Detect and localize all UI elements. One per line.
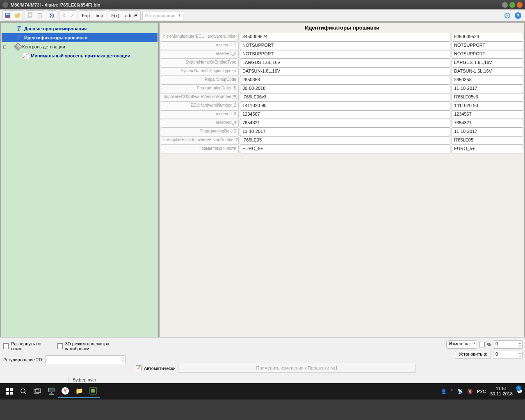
text-icon: T (15, 34, 23, 41)
taskview-icon[interactable] (30, 384, 44, 398)
reg2d-spinner[interactable] (46, 355, 126, 364)
taskbar-app-1[interactable]: 🖥️ (44, 384, 58, 398)
taskbar: 🖥️ Y 📁 👤 ˄ 📡 🔇 РУС 11:51 30.11.2018 💬 6 (0, 383, 525, 399)
tree-node-detonation[interactable]: ⊟ Контроль детонации (2, 42, 158, 51)
bottom-panel: Развернуть по осям 3D режим просмотра ка… (0, 338, 525, 376)
collapse-icon[interactable]: ⊟ (2, 44, 7, 50)
field-value-1[interactable]: 1411020-90 (240, 102, 450, 110)
help-button[interactable]: ? (514, 11, 523, 20)
search-button[interactable] (48, 11, 57, 20)
svg-rect-2 (7, 16, 9, 18)
z-button[interactable]: Z (68, 11, 76, 20)
diamond-icon (14, 43, 22, 51)
close-button[interactable] (517, 2, 523, 8)
tree-node-min-level[interactable]: · 📈 Минимальный уровень признака детонац… (2, 51, 158, 60)
field-value-2[interactable]: 2850358 (452, 76, 523, 84)
tray-language[interactable]: РУС (477, 389, 486, 394)
field-value-1[interactable]: NOTSUPPORT (240, 50, 450, 59)
start-button[interactable] (2, 384, 16, 398)
field-value-1[interactable]: 7654321 (240, 119, 450, 128)
change-value-input[interactable]: 0 (493, 340, 523, 349)
tray-clock[interactable]: 11:51 30.11.2018 (490, 386, 513, 397)
field-value-1[interactable]: LARGUS-1.6L,16V (240, 59, 450, 67)
field-value-2[interactable]: 11-10-2017 (452, 128, 523, 136)
apply-button[interactable]: Применить изменения к Прошивки №1 (178, 364, 416, 373)
svg-rect-14 (10, 392, 13, 395)
view3d-label: 3D режим просмотра калибровки (65, 341, 130, 351)
abc-button[interactable]: a,b,c ▾ (123, 11, 140, 20)
field-value-1[interactable]: 30-08-2018 (240, 84, 450, 93)
data-row: Нормы токсичностиEURO_5+EURO_5+ (161, 145, 523, 153)
import-button[interactable]: Imp (93, 11, 105, 20)
svg-rect-17 (34, 390, 39, 393)
field-label: reserved_3 (161, 110, 239, 119)
tree-node-programming-data[interactable]: · T Данные программирования (2, 24, 158, 33)
field-value-2[interactable]: 7654321 (452, 119, 523, 128)
field-label: ProgrammingDate(!!!) (161, 84, 239, 93)
minimize-button[interactable] (502, 2, 508, 8)
view3d-checkbox[interactable] (57, 343, 63, 349)
notification-badge: 6 (516, 386, 521, 391)
field-value-2[interactable]: 8450009524 (452, 33, 523, 41)
tree-label: Минимальный уровень признака детонации (31, 53, 130, 58)
field-label: SystemNameOrEngineTypeEx (161, 67, 239, 76)
field-value-1[interactable]: NOTSUPPORT (240, 41, 450, 50)
tray-volume-icon[interactable]: 🔇 (467, 389, 473, 394)
tree-label: Данные программирования (24, 26, 87, 31)
field-value-2[interactable]: NOTSUPPORT (452, 41, 523, 50)
paste-button[interactable] (35, 11, 44, 20)
interpolation-combo[interactable]: Интерполяция (142, 11, 183, 20)
field-value-2[interactable]: LARGUS-1.6L,16V (452, 59, 523, 67)
save-button[interactable] (3, 11, 12, 20)
field-value-1[interactable]: 2850358 (240, 76, 450, 84)
fx-button[interactable]: F(x) (109, 11, 122, 20)
change-by-combo[interactable]: Измен. на: (446, 340, 477, 349)
percent-label: % (487, 342, 491, 347)
maximize-button[interactable] (509, 2, 515, 8)
search-taskbar-icon[interactable] (16, 384, 30, 398)
field-value-2[interactable]: 11-10-2017 (452, 84, 523, 93)
field-value-1[interactable]: EURO_5+ (240, 145, 450, 153)
field-value-1[interactable]: 1234567 (240, 110, 450, 119)
field-value-2[interactable]: 1234567 (452, 110, 523, 119)
chart-icon: 📈 (21, 52, 30, 59)
x-button[interactable]: X (60, 11, 68, 20)
field-label: SupplierECUSoftwareVersionNumber(!!!) (161, 93, 239, 102)
set-value-input[interactable]: 0 (493, 351, 523, 359)
field-value-2[interactable]: NOTSUPPORT (452, 50, 523, 59)
export-button[interactable]: Exp (80, 11, 92, 20)
taskbar-app-2[interactable]: Y (58, 384, 72, 398)
settings-button[interactable] (503, 11, 512, 20)
field-value-1[interactable]: I765LE06v3 (240, 93, 450, 102)
tray-network-icon[interactable]: 📡 (457, 389, 463, 394)
field-value-2[interactable]: DATSUN-1.6L,16V (452, 67, 523, 76)
auto-checkbox[interactable] (136, 365, 142, 371)
taskbar-app-3[interactable]: 📁 (72, 384, 86, 398)
percent-checkbox[interactable] (479, 342, 485, 347)
expand-axes-checkbox[interactable] (3, 343, 9, 349)
copy-button[interactable] (25, 11, 34, 20)
field-value-1[interactable]: 8450009524 (240, 33, 450, 41)
reg2d-label: Регулирование 2D: (3, 357, 43, 362)
title-bar: M86/M74/M73I - Файл: I765LE06(854F).bin (0, 0, 525, 9)
field-value-1[interactable]: 11-10-2017 (240, 128, 450, 136)
auto-label: Автоматически (144, 366, 176, 371)
content-panel: Идентификаторы прошивки hicleManufacture… (160, 22, 525, 337)
svg-point-8 (507, 15, 508, 16)
open-button[interactable] (13, 11, 22, 20)
field-value-2[interactable]: I765LE05v3 (452, 93, 523, 102)
field-value-2[interactable]: EURO_5+ (452, 145, 523, 153)
field-value-1[interactable]: DATSUN-1.6L,16V (240, 67, 450, 76)
svg-text:?: ? (517, 13, 520, 18)
field-label: SystemNameOrEngineType (161, 59, 239, 67)
svg-line-16 (25, 393, 26, 394)
field-value-1[interactable]: I765LE05 (240, 136, 450, 145)
taskbar-app-4[interactable] (86, 384, 100, 398)
tray-up-icon[interactable]: ˄ (451, 389, 453, 394)
set-to-button[interactable]: Установить в: (455, 351, 491, 359)
tree-label: Идентификаторы прошивки (24, 35, 87, 40)
tray-people-icon[interactable]: 👤 (441, 389, 447, 394)
field-value-2[interactable]: 1411020-90 (452, 102, 523, 110)
tree-node-firmware-ids[interactable]: · T Идентификаторы прошивки (2, 33, 158, 42)
field-value-2[interactable]: I765LE05 (452, 136, 523, 145)
